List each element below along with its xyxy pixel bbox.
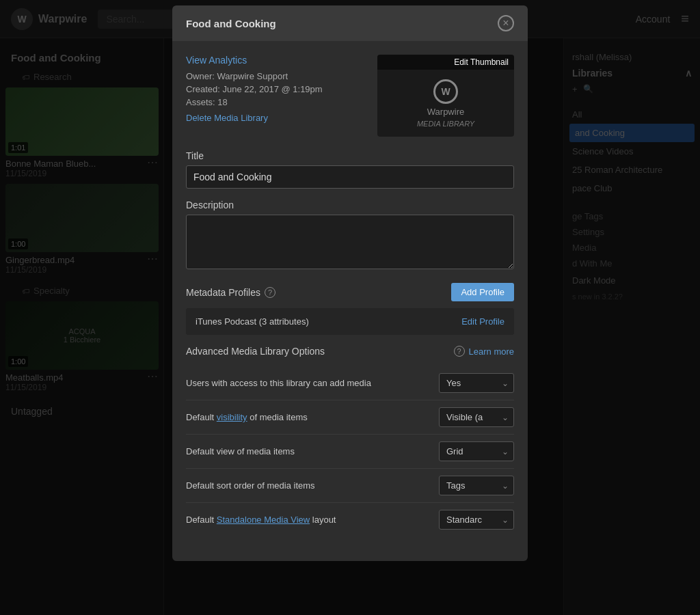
sort-select-wrapper: Tags Date Title: [439, 476, 514, 495]
modal-overlay: Food and Cooking × View Analytics Owner:…: [0, 0, 700, 615]
visibility-select[interactable]: Visible (a Hidden: [439, 407, 514, 427]
created-label: Created: June 22, 2017 @ 1:19pm: [186, 84, 364, 94]
profile-name: iTunes Podcast (3 attributes): [196, 316, 309, 327]
advanced-title: Advanced Media Library Options: [186, 346, 325, 357]
thumbnail-logo: W: [433, 79, 458, 104]
thumbnail-edit-label[interactable]: Edit Thumbnail: [377, 55, 514, 70]
option-label-add-media: Users with access to this library can ad…: [186, 378, 439, 388]
description-label: Description: [186, 200, 514, 210]
option-label-visibility: Default visibility of media items: [186, 412, 439, 422]
learn-more-link[interactable]: Learn more: [469, 346, 514, 357]
delete-library-link[interactable]: Delete Media Library: [186, 113, 364, 123]
option-label-sort: Default sort order of media items: [186, 480, 439, 491]
modal-close-button[interactable]: ×: [498, 15, 514, 31]
owner-label: Owner: Warpwire Support: [186, 71, 364, 81]
thumbnail-sub: MEDIA LIBRARY: [417, 120, 474, 128]
advanced-header: Advanced Media Library Options ? Learn m…: [186, 346, 514, 357]
modal-top-section: View Analytics Owner: Warpwire Support C…: [186, 55, 514, 137]
option-row-view: Default view of media items Grid List: [186, 435, 514, 469]
option-row-visibility: Default visibility of media items Visibl…: [186, 400, 514, 435]
layout-select[interactable]: Standarc Compact: [439, 510, 514, 530]
layout-select-wrapper: Standarc Compact: [439, 510, 514, 530]
edit-profile-link[interactable]: Edit Profile: [461, 316, 504, 327]
profile-row: iTunes Podcast (3 attributes) Edit Profi…: [186, 308, 514, 335]
standalone-media-view-link[interactable]: Standalone Media View: [217, 515, 310, 525]
modal-header: Food and Cooking ×: [172, 5, 528, 41]
metadata-title: Metadata Profiles ?: [186, 287, 275, 298]
metadata-help-icon[interactable]: ?: [265, 287, 275, 298]
modal-title: Food and Cooking: [186, 18, 276, 29]
view-select[interactable]: Grid List: [439, 441, 514, 461]
thumbnail-content: W Warpwire MEDIA LIBRARY: [377, 70, 514, 137]
add-profile-button[interactable]: Add Profile: [451, 283, 514, 301]
modal-info: View Analytics Owner: Warpwire Support C…: [186, 55, 364, 137]
description-textarea[interactable]: [186, 215, 514, 269]
thumbnail-brand: Warpwire: [427, 107, 464, 117]
option-row-add-media: Users with access to this library can ad…: [186, 366, 514, 400]
metadata-profiles-group: Metadata Profiles ? Add Profile iTunes P…: [186, 283, 514, 335]
advanced-options-group: Advanced Media Library Options ? Learn m…: [186, 346, 514, 536]
metadata-header: Metadata Profiles ? Add Profile: [186, 283, 514, 301]
view-analytics-link[interactable]: View Analytics: [186, 55, 364, 66]
option-row-layout: Default Standalone Media View layout Sta…: [186, 503, 514, 536]
advanced-help[interactable]: ? Learn more: [454, 346, 514, 357]
option-label-view: Default view of media items: [186, 446, 439, 456]
thumbnail-box: Edit Thumbnail W Warpwire MEDIA LIBRARY: [377, 55, 514, 137]
add-media-select[interactable]: Yes No: [439, 373, 514, 393]
title-input[interactable]: [186, 165, 514, 189]
assets-label: Assets: 18: [186, 97, 364, 107]
option-label-layout: Default Standalone Media View layout: [186, 515, 439, 525]
visibility-select-wrapper: Visible (a Hidden: [439, 407, 514, 427]
sort-select[interactable]: Tags Date Title: [439, 476, 514, 495]
title-label: Title: [186, 150, 514, 161]
description-field-group: Description: [186, 200, 514, 272]
add-media-select-wrapper: Yes No: [439, 373, 514, 393]
option-row-sort: Default sort order of media items Tags D…: [186, 469, 514, 503]
modal-body: View Analytics Owner: Warpwire Support C…: [172, 41, 528, 561]
modal-dialog: Food and Cooking × View Analytics Owner:…: [172, 5, 528, 561]
title-field-group: Title: [186, 150, 514, 189]
advanced-help-icon[interactable]: ?: [454, 346, 465, 357]
view-select-wrapper: Grid List: [439, 441, 514, 461]
visibility-link[interactable]: visibility: [217, 412, 247, 422]
